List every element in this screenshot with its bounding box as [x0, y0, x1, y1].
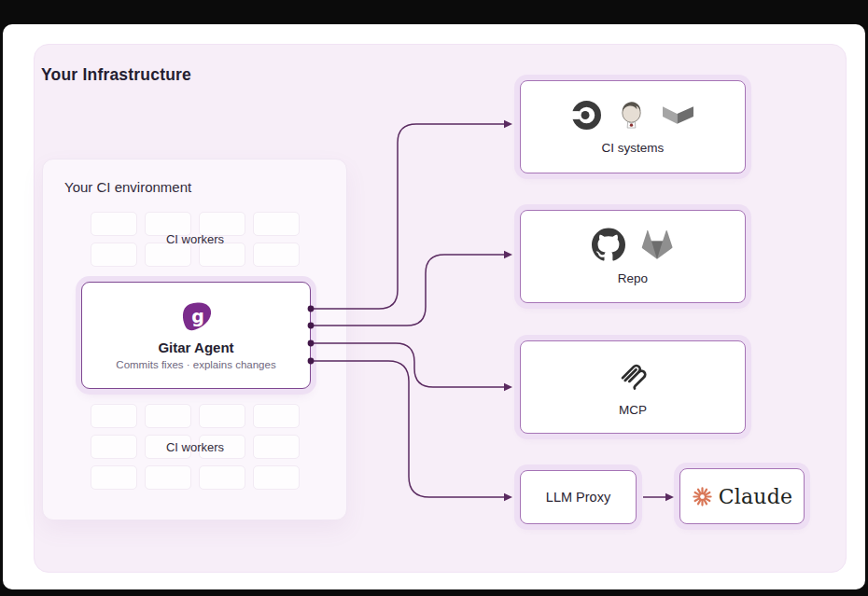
- mcp-label: MCP: [619, 403, 647, 417]
- mcp-icon: [615, 357, 651, 393]
- node-ci-systems: CI systems: [520, 80, 746, 173]
- repo-label: Repo: [618, 271, 648, 285]
- circleci-icon: [572, 101, 601, 130]
- ci-workers-grid-top: CI workers: [91, 212, 300, 267]
- ci-environment-label: Your CI environment: [64, 179, 191, 195]
- ci-workers-grid-bottom: CI workers: [91, 404, 300, 490]
- github-icon: [592, 228, 625, 261]
- gitar-agent-box: g Gitar Agent Commits fixes · explains c…: [81, 282, 311, 389]
- jenkins-icon: [616, 99, 647, 131]
- svg-text:g: g: [191, 306, 204, 326]
- ci-systems-label: CI systems: [602, 141, 665, 155]
- node-repo: Repo: [520, 210, 746, 303]
- node-claude: Claude: [679, 468, 805, 524]
- ci-workers-label: CI workers: [91, 404, 300, 490]
- claude-starburst-icon: [692, 486, 713, 507]
- buildkite-icon: [662, 104, 694, 126]
- diagram-screen: Your Infrastructure Your CI environment …: [0, 0, 868, 596]
- gitar-agent-name: Gitar Agent: [158, 340, 233, 355]
- gitlab-icon: [640, 229, 674, 260]
- gitar-agent-description: Commits fixes · explains changes: [116, 359, 275, 370]
- page-title: Your Infrastructure: [41, 65, 191, 85]
- ci-workers-label: CI workers: [91, 212, 300, 267]
- ci-systems-icons: [572, 99, 694, 131]
- mcp-icons: [615, 357, 651, 393]
- gitar-logo-icon: g: [179, 301, 214, 333]
- node-llm-proxy: LLM Proxy: [520, 470, 637, 524]
- claude-wordmark: Claude: [719, 485, 792, 508]
- node-mcp: MCP: [520, 340, 746, 434]
- llm-proxy-label: LLM Proxy: [546, 490, 610, 505]
- repo-icons: [592, 228, 674, 261]
